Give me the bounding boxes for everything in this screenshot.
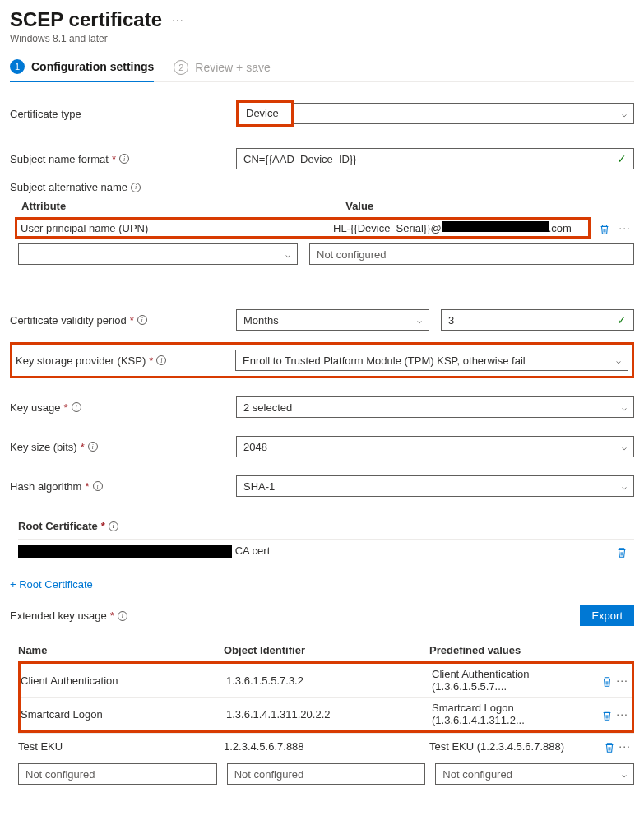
info-icon[interactable]: i [72,402,81,412]
highlight-san-row: User principal name (UPN) HL-{{Device_Se… [15,217,591,239]
ksp-label: Key storage provider (KSP)* i [16,355,235,367]
more-icon[interactable]: ··· [615,739,634,753]
add-root-certificate-link[interactable]: + Root Certificate [10,578,93,591]
more-icon[interactable]: ··· [613,707,632,721]
table-row: Smartcard Logon 1.3.6.1.4.1.311.20.2.2 S… [21,697,632,730]
chevron-down-icon: ⌵ [616,356,621,365]
highlight-certificate-type: Device [236,100,294,127]
more-icon[interactable]: ··· [613,674,632,687]
tab-label: Review + save [195,61,270,74]
chevron-down-icon: ⌵ [285,250,290,259]
info-icon[interactable]: i [88,442,98,452]
page-header: SCEP certificate ··· Windows 8.1 and lat… [10,8,634,44]
chevron-down-icon: ⌵ [622,443,627,452]
eku-predefined-select[interactable]: Not configured⌵ [435,763,634,785]
san-table-header: Attribute Value [21,200,634,212]
table-row: Client Authentication 1.3.6.1.5.5.7.3.2 … [21,664,632,697]
chevron-down-icon: ⌵ [622,770,627,779]
wizard-tabs: 1 Configuration settings 2 Review + save [10,59,634,82]
hash-algorithm-select[interactable]: SHA-1⌵ [236,475,634,497]
certificate-type-value[interactable]: Device [239,104,290,123]
certificate-type-label: Certificate type [10,108,236,120]
info-icon[interactable]: i [109,521,118,531]
san-row: User principal name (UPN) HL-{{Device_Se… [21,221,585,234]
san-label: Subject alternative name i [10,181,236,193]
info-icon[interactable]: i [137,315,147,325]
info-icon[interactable]: i [119,154,129,164]
eku-table-header: Name Object Identifier Predefined values [18,639,634,661]
delete-icon[interactable] [604,740,615,752]
validity-value-input[interactable]: 3✓ [441,309,634,331]
tab-review-save[interactable]: 2 Review + save [174,59,270,81]
delete-icon[interactable] [599,222,610,234]
eku-predefined: Client Authentication (1.3.6.1.5.5.7.... [432,668,601,693]
certificate-type-select[interactable]: ⌵ [294,103,634,124]
eku-name: Client Authentication [21,674,226,687]
root-certificate-label: Root Certificate* i [18,520,634,532]
key-size-label: Key size (bits)* i [10,441,236,453]
check-icon: ✓ [617,313,627,327]
san-value-input[interactable]: Not configured [309,243,634,265]
subject-name-format-input[interactable]: CN={{AAD_Device_ID}} ✓ [236,148,634,169]
delete-icon[interactable] [601,674,613,686]
eku-predefined: Test EKU (1.2.3.4.5.6.7.888) [429,740,604,753]
eku-label: Extended key usage* i [10,609,127,622]
check-icon: ✓ [617,152,627,165]
delete-icon[interactable] [601,708,613,720]
tab-configuration-settings[interactable]: 1 Configuration settings [10,59,154,82]
subject-name-format-label: Subject name format* i [10,153,236,165]
eku-name-input[interactable]: Not configured [18,763,217,785]
san-attribute-select[interactable]: ⌵ [18,243,298,265]
step-number-icon: 1 [10,59,25,74]
san-attribute: User principal name (UPN) [21,222,333,234]
chevron-down-icon: ⌵ [622,482,627,491]
key-size-select[interactable]: 2048⌵ [236,436,634,457]
eku-name: Smartcard Logon [21,708,226,721]
highlight-eku-rows: Client Authentication 1.3.6.1.5.5.7.3.2 … [18,661,634,733]
info-icon[interactable]: i [156,355,166,365]
info-icon[interactable]: i [131,183,141,192]
tab-label: Configuration settings [31,60,154,73]
eku-oid-input[interactable]: Not configured [227,763,426,785]
ksp-select[interactable]: Enroll to Trusted Platform Module (TPM) … [235,350,628,371]
chevron-down-icon: ⌵ [622,403,627,412]
validity-period-label: Certificate validity period* i [10,314,236,327]
eku-oid: 1.2.3.4.5.6.7.888 [224,740,429,753]
page-subtitle: Windows 8.1 and later [10,33,634,44]
export-button[interactable]: Export [580,605,634,626]
root-certificate-row: CA cert [18,539,634,563]
eku-oid: 1.3.6.1.5.5.7.3.2 [226,674,432,687]
table-row: Test EKU 1.2.3.4.5.6.7.888 Test EKU (1.2… [18,733,634,758]
validity-unit-select[interactable]: Months⌵ [236,309,429,331]
step-number-icon: 2 [174,60,188,75]
eku-predefined: Smartcard Logon (1.3.6.1.4.1.311.2... [432,702,601,726]
key-usage-label: Key usage* i [10,401,236,414]
info-icon[interactable]: i [118,611,127,621]
eku-table: Name Object Identifier Predefined values… [18,639,634,758]
chevron-down-icon: ⌵ [622,109,627,118]
chevron-down-icon: ⌵ [417,316,422,325]
key-usage-select[interactable]: 2 selected⌵ [236,396,634,418]
delete-icon[interactable] [616,545,628,557]
hash-algorithm-label: Hash algorithm* i [10,480,236,493]
highlight-ksp-row: Key storage provider (KSP)* i Enroll to … [10,342,634,378]
eku-oid: 1.3.6.1.4.1.311.20.2.2 [226,708,432,721]
info-icon[interactable]: i [93,481,103,491]
eku-name: Test EKU [18,740,224,753]
san-value: HL-{{Device_Serial}}@.com [333,221,585,234]
more-icon[interactable]: ··· [615,221,634,234]
more-actions-icon[interactable]: ··· [172,13,184,26]
page-title: SCEP certificate [10,8,162,31]
